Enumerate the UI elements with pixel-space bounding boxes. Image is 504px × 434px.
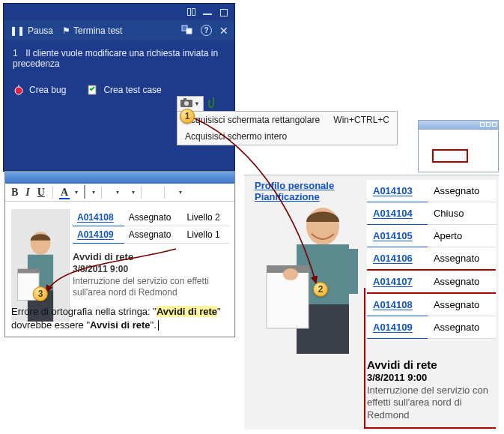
callout-1: 1 [180,109,195,124]
ticket-status: Assegnato [428,180,496,202]
table-row[interactable]: A014108 Assegnato Livello 2 [73,209,230,226]
svg-rect-7 [183,98,186,100]
table-row[interactable]: A014109 Assegnato Livello 1 [73,226,230,244]
rich-text-toolbar: B I U A▾ ▾ ▾ ▾ ▾ [5,184,234,202]
capture-rect-shortcut: Win+CTRL+C [333,115,389,125]
capture-rect-label: Acquisisci schermata rettangolare [185,115,320,125]
italic-button[interactable]: I [24,187,31,199]
ticket-status: Assegnato [428,316,496,339]
separator [141,187,142,199]
flag-icon: ⚑ [62,25,70,36]
ticket-status: Assegnato [428,293,496,316]
capture-full-item[interactable]: Acquisisci schermo intero [177,128,397,145]
attach-icon[interactable] [208,97,219,111]
ticket-link[interactable]: A014106 [373,253,413,264]
chevron-down-icon: ▼ [194,100,200,107]
mini-news: Avvidi di rete 3/8/2011 9:00 Interruzion… [73,251,230,298]
testcase-icon [87,84,99,96]
minimize-icon[interactable] [201,6,213,18]
table-row[interactable]: A014105Aperto [367,225,496,247]
ticket-status: Assegnato [124,209,183,226]
window-titlebar [4,4,234,20]
svg-rect-17 [267,271,309,328]
chevron-down-icon[interactable]: ▾ [132,189,135,196]
callout-line [364,288,365,427]
news-date: 3/8/2011 9:00 [367,372,494,383]
test-runner-window: ❚❚ Pausa ⚑ Termina test ? ✕ 1 Il cliente… [3,3,235,172]
maximize-icon[interactable] [218,6,230,18]
chevron-down-icon[interactable]: ▾ [75,189,78,196]
editor-titlebar [5,172,234,184]
table-row[interactable]: A014104Chiuso [367,202,496,225]
fontcolor-button[interactable]: A [59,187,70,199]
chevron-down-icon[interactable]: ▾ [92,189,95,196]
separator [52,187,53,199]
ticket-link[interactable]: A014105 [373,230,413,241]
end-test-button[interactable]: ⚑ Termina test [62,25,122,36]
bold-button[interactable]: B [10,187,19,199]
note-highlight: Avvidi di rete [157,306,217,317]
ticket-link[interactable]: A014104 [373,208,413,219]
ticket-table: A014103Assegnato A014104Chiuso A014105Ap… [367,180,496,339]
separator [164,187,165,199]
close-icon[interactable]: ✕ [219,25,228,37]
callout-2: 2 [313,282,328,297]
news-date: 3/8/2011 9:00 [73,264,230,274]
ticket-link[interactable]: A014109 [77,229,114,240]
news-block: Avvidi di rete 3/8/2011 9:00 Interruzion… [367,358,494,421]
text-caret [158,320,159,331]
pause-label: Pausa [28,25,53,36]
svg-point-2 [15,87,22,94]
ticket-status: Aperto [428,225,496,247]
profile-link[interactable]: Profilo personale [255,180,334,191]
highlight-button[interactable] [82,186,87,199]
help-icon[interactable]: ? [201,25,212,36]
table-row[interactable]: A014109Assegnato [367,316,496,339]
layout-icon[interactable] [185,6,197,18]
editor-window: B I U A▾ ▾ ▾ ▾ ▾ A014108 Assegnato [4,171,235,337]
note-text: ". [151,319,157,331]
ticket-link[interactable]: A014108 [373,299,413,310]
ticket-link[interactable]: A014109 [373,322,413,333]
table-row[interactable]: A014103Assegnato [367,180,496,202]
create-bug-label: Crea bug [29,85,66,95]
svg-point-20 [283,268,298,280]
underline-button[interactable]: U [36,187,46,199]
capture-rect-item[interactable]: Acquisisci schermata rettangolare Win+CT… [177,112,397,128]
ticket-status: Assegnato [428,247,496,271]
pause-icon: ❚❚ [10,25,25,36]
note-text: Errore di ortografia nella stringa: " [11,306,157,317]
capture-menu: Acquisisci schermata rettangolare Win+CT… [177,111,398,145]
svg-rect-19 [346,249,358,294]
chevron-down-icon[interactable]: ▾ [179,189,182,196]
ticket-link[interactable]: A014108 [77,212,114,223]
table-row[interactable]: A014108Assegnato [367,293,496,316]
app-page: Profilo personale Pianificazione A014103… [244,175,499,430]
ticket-status: Chiuso [428,202,496,225]
news-desc: Interruzione del servizio con effetti su… [367,385,494,421]
ticket-level: Livello 1 [183,226,230,244]
thumb-chrome [419,121,498,130]
chevron-down-icon[interactable]: ▾ [116,189,119,196]
capture-dropdown: ▼ Acquisisci schermata rettangolare Win+… [177,96,398,145]
create-test-case-label: Crea test case [103,85,161,95]
table-row-highlighted[interactable]: A014107Assegnato [367,270,496,293]
svg-rect-1 [186,28,192,34]
end-test-label: Termina test [73,25,122,36]
test-toolbar: ❚❚ Pausa ⚑ Termina test ? ✕ [4,20,234,40]
news-title: Avvidi di rete [367,358,494,371]
ticket-level: Livello 2 [183,209,230,226]
table-row[interactable]: A014106Assegnato [367,247,496,271]
create-test-case-button[interactable]: Crea test case [87,84,161,96]
svg-point-6 [184,101,189,106]
create-bug-button[interactable]: Crea bug [13,84,66,96]
ticket-link[interactable]: A014107 [373,276,413,287]
ticket-link[interactable]: A014103 [373,185,413,196]
step-text: Il cliente vuole modificare una richiest… [13,48,218,69]
editor-note[interactable]: Errore di ortografia nella stringa: "Avv… [11,305,228,331]
swap-icon[interactable] [181,23,193,37]
callout-line [364,427,496,429]
pause-button[interactable]: ❚❚ Pausa [10,25,53,36]
highlight-region [432,149,468,163]
step-number: 1 [13,48,23,58]
